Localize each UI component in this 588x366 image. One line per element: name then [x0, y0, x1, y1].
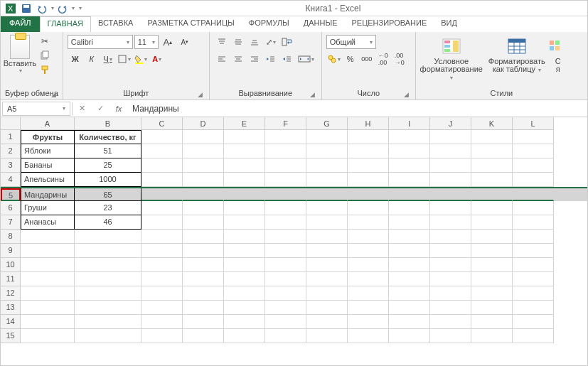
undo-icon[interactable] — [35, 2, 49, 15]
clipboard-launcher-icon[interactable]: ◢ — [50, 90, 58, 98]
cell-H3[interactable] — [348, 158, 389, 173]
cell-I5[interactable] — [389, 188, 430, 201]
cell-H6[interactable] — [348, 201, 389, 215]
cell-I15[interactable] — [389, 329, 430, 343]
cell-H8[interactable] — [348, 230, 389, 244]
row-header-4[interactable]: 4 — [1, 173, 21, 187]
redo-icon[interactable] — [55, 2, 70, 15]
cell-L5[interactable] — [513, 188, 554, 201]
cell-J15[interactable] — [430, 329, 471, 343]
cell-L7[interactable] — [513, 215, 554, 230]
cell-G6[interactable] — [306, 201, 348, 215]
cell-K6[interactable] — [471, 201, 513, 215]
row-header-5[interactable]: 5 — [1, 188, 21, 201]
cell-A6[interactable]: Груши — [21, 201, 75, 215]
cell-B1[interactable]: Количество, кг — [75, 130, 141, 144]
cell-B4[interactable]: 1000 — [75, 173, 141, 187]
cell-F9[interactable] — [265, 244, 306, 258]
font-launcher-icon[interactable]: ◢ — [196, 90, 205, 98]
row-header-13[interactable]: 13 — [1, 301, 21, 315]
currency-icon[interactable]: ▾ — [326, 52, 342, 66]
cell-J12[interactable] — [430, 286, 471, 301]
fill-color-button[interactable]: ▾ — [133, 52, 149, 66]
conditional-formatting-button[interactable]: Условное форматирование ▾ — [420, 35, 483, 88]
cell-E15[interactable] — [224, 329, 265, 343]
cell-J11[interactable] — [430, 272, 471, 286]
cell-L9[interactable] — [513, 244, 554, 258]
number-launcher-icon[interactable]: ◢ — [402, 90, 411, 98]
cell-A11[interactable] — [21, 272, 75, 286]
column-header-K[interactable]: K — [471, 117, 513, 130]
cell-H9[interactable] — [348, 244, 389, 258]
cell-F5[interactable] — [265, 188, 306, 201]
cut-icon[interactable]: ✂ — [38, 35, 52, 48]
cell-styles-button[interactable]: Ся — [551, 35, 565, 88]
cell-K4[interactable] — [471, 173, 513, 187]
cell-H1[interactable] — [348, 130, 389, 144]
cell-J3[interactable] — [430, 158, 471, 173]
cell-E4[interactable] — [224, 173, 265, 187]
cell-A5[interactable]: Мандарины — [21, 188, 75, 201]
align-middle-icon[interactable] — [230, 35, 246, 49]
cell-F3[interactable] — [265, 158, 306, 173]
row-header-7[interactable]: 7 — [1, 215, 21, 230]
cell-H10[interactable] — [348, 258, 389, 272]
tab-data[interactable]: ДАННЫЕ — [296, 16, 345, 32]
cell-J9[interactable] — [430, 244, 471, 258]
cell-E6[interactable] — [224, 201, 265, 215]
cell-I3[interactable] — [389, 158, 430, 173]
formula-input[interactable]: Мандарины — [128, 104, 587, 114]
cell-D3[interactable] — [183, 158, 224, 173]
format-painter-icon[interactable] — [38, 63, 52, 76]
cell-J4[interactable] — [430, 173, 471, 187]
orientation-icon[interactable]: ⤢▾ — [263, 35, 279, 49]
cell-J5[interactable] — [430, 188, 471, 201]
cell-K5[interactable] — [471, 188, 513, 201]
cell-F11[interactable] — [265, 272, 306, 286]
cell-H2[interactable] — [348, 144, 389, 158]
column-header-J[interactable]: J — [430, 117, 471, 130]
tab-formulas[interactable]: ФОРМУЛЫ — [242, 16, 296, 32]
row-header-15[interactable]: 15 — [1, 329, 21, 343]
cell-G10[interactable] — [306, 258, 348, 272]
cell-C13[interactable] — [141, 301, 183, 315]
cell-C5[interactable] — [141, 188, 183, 201]
cell-G8[interactable] — [306, 230, 348, 244]
cell-D11[interactable] — [183, 272, 224, 286]
cell-B7[interactable]: 46 — [75, 215, 141, 230]
increase-decimal-icon[interactable]: ←0.00 — [375, 52, 391, 66]
cell-F7[interactable] — [265, 215, 306, 230]
cell-H15[interactable] — [348, 329, 389, 343]
cell-D2[interactable] — [183, 144, 224, 158]
cell-L15[interactable] — [513, 329, 554, 343]
italic-button[interactable]: К — [84, 52, 100, 66]
cell-L6[interactable] — [513, 201, 554, 215]
cell-K11[interactable] — [471, 272, 513, 286]
cell-B8[interactable] — [75, 230, 141, 244]
font-name-select[interactable]: Calibri▾ — [68, 35, 133, 49]
cell-L3[interactable] — [513, 158, 554, 173]
cell-H12[interactable] — [348, 286, 389, 301]
underline-button[interactable]: Ч▾ — [100, 52, 116, 66]
cell-I11[interactable] — [389, 272, 430, 286]
cell-A13[interactable] — [21, 301, 75, 315]
column-header-G[interactable]: G — [306, 117, 348, 130]
column-header-L[interactable]: L — [513, 117, 554, 130]
comma-icon[interactable]: 000 — [359, 52, 375, 66]
cell-D12[interactable] — [183, 286, 224, 301]
row-header-1[interactable]: 1 — [1, 130, 21, 144]
undo-dropdown[interactable]: ▾ — [51, 5, 54, 11]
cell-A4[interactable]: Апельсины — [21, 173, 75, 187]
cell-K2[interactable] — [471, 144, 513, 158]
cell-C15[interactable] — [141, 329, 183, 343]
cell-H13[interactable] — [348, 301, 389, 315]
cell-L12[interactable] — [513, 286, 554, 301]
cell-L11[interactable] — [513, 272, 554, 286]
cell-H4[interactable] — [348, 173, 389, 187]
cell-D5[interactable] — [183, 188, 224, 201]
cell-C1[interactable] — [141, 130, 183, 144]
cell-D14[interactable] — [183, 315, 224, 329]
cell-I10[interactable] — [389, 258, 430, 272]
cell-D1[interactable] — [183, 130, 224, 144]
cell-C14[interactable] — [141, 315, 183, 329]
